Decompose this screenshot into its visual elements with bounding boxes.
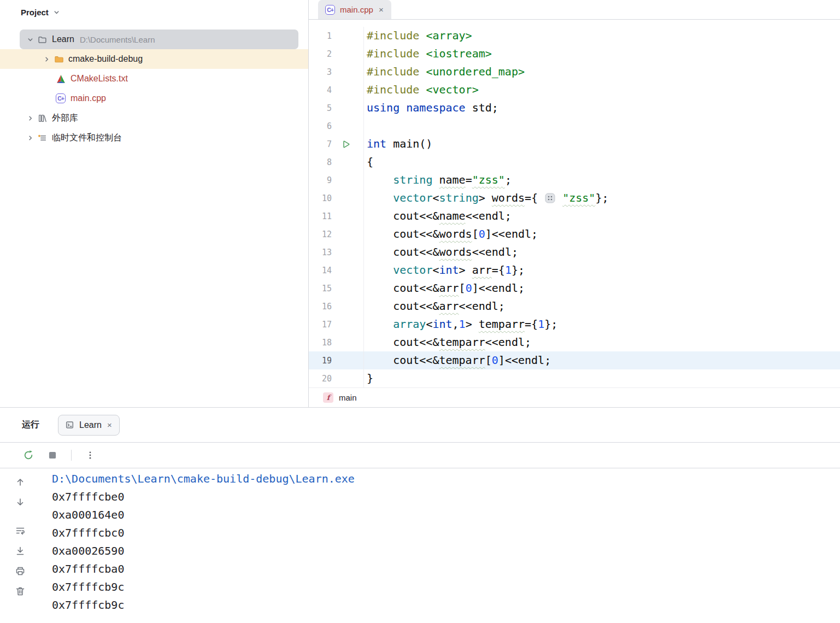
- editor-gutter: 9: [309, 171, 364, 189]
- arrow-up-icon[interactable]: [14, 475, 27, 489]
- code-line[interactable]: 7int main(): [309, 135, 840, 153]
- chevron-right-icon[interactable]: [40, 55, 52, 63]
- run-tab-learn[interactable]: Learn ×: [58, 415, 120, 436]
- chevron-right-icon[interactable]: [24, 134, 36, 142]
- tree-item-label: cmake-build-debug: [68, 54, 143, 64]
- chevron-right-icon[interactable]: [24, 114, 36, 122]
- chevron-down-icon[interactable]: [24, 36, 36, 44]
- code-line[interactable]: 20}: [309, 369, 840, 387]
- stop-icon[interactable]: [46, 449, 59, 462]
- code-line[interactable]: 19 cout<<&temparr[0]<<endl;: [309, 351, 840, 369]
- tree-item-label: Learn: [52, 34, 74, 44]
- tree-row[interactable]: cmake-build-debug: [0, 49, 308, 69]
- code-line[interactable]: 11 cout<<&name<<endl;: [309, 207, 840, 225]
- code-text: #include <array>: [364, 27, 472, 45]
- editor-gutter: 7: [309, 135, 364, 153]
- breadcrumb-item-main[interactable]: main: [339, 393, 357, 402]
- tab-main-cpp[interactable]: C+ main.cpp ×: [318, 0, 391, 19]
- code-line[interactable]: 5using namespace std;: [309, 99, 840, 117]
- clear-all-icon[interactable]: [14, 585, 27, 598]
- tree-item-label: 临时文件和控制台: [52, 132, 122, 144]
- line-number: 8: [309, 157, 332, 167]
- code-line[interactable]: 3#include <unordered_map>: [309, 63, 840, 81]
- project-icon: [36, 35, 48, 44]
- more-options-icon[interactable]: [84, 449, 97, 462]
- run-body: D:\Documents\Learn\cmake-build-debug\Lea…: [0, 468, 840, 623]
- line-number: 13: [309, 248, 332, 257]
- editor-gutter: 14: [309, 261, 364, 279]
- editor-gutter: 17: [309, 315, 364, 333]
- code-text: using namespace std;: [364, 99, 498, 117]
- console-toolbar: [0, 468, 40, 623]
- console-output[interactable]: D:\Documents\Learn\cmake-build-debug\Lea…: [40, 468, 840, 623]
- code-line[interactable]: 10 vector<string> words={ "zss"};: [309, 189, 840, 207]
- run-header: 运行 Learn ×: [0, 408, 840, 442]
- rerun-icon[interactable]: [22, 449, 35, 462]
- code-text: string name="zss";: [364, 171, 512, 189]
- code-line[interactable]: 1#include <array>: [309, 27, 840, 45]
- editor-gutter: 8: [309, 153, 364, 171]
- code-line[interactable]: 13 cout<<&words<<endl;: [309, 243, 840, 261]
- line-number: 9: [309, 175, 332, 185]
- tree-item-label: main.cpp: [71, 93, 106, 103]
- cpp-file-icon: C+: [325, 4, 335, 15]
- code-line[interactable]: 6: [309, 117, 840, 135]
- code-text: vector<int> arr={1};: [364, 261, 525, 279]
- tree-row[interactable]: 临时文件和控制台: [0, 128, 308, 148]
- arrow-down-icon[interactable]: [14, 496, 27, 509]
- line-number: 14: [309, 266, 332, 275]
- line-number: 6: [309, 121, 332, 131]
- run-tool-window: 运行 Learn × D:\Documents\Learn\: [0, 408, 840, 623]
- code-line[interactable]: 14 vector<int> arr={1};: [309, 261, 840, 279]
- console-file-link[interactable]: D:\Documents\Learn\cmake-build-debug\Lea…: [52, 470, 840, 488]
- chevron-down-icon[interactable]: [52, 8, 61, 16]
- code-line[interactable]: 16 cout<<&arr<<endl;: [309, 297, 840, 315]
- tree-row[interactable]: C+main.cpp: [0, 89, 308, 108]
- inlay-hint-icon[interactable]: [545, 193, 555, 203]
- print-icon[interactable]: [14, 565, 27, 578]
- tree-item-label: 外部库: [52, 113, 78, 124]
- tree-row[interactable]: LearnD:\Documents\Learn: [20, 30, 298, 49]
- breadcrumb: f main: [309, 387, 840, 407]
- code-line[interactable]: 2#include <iostream>: [309, 45, 840, 63]
- soft-wrap-icon[interactable]: [14, 524, 27, 537]
- tree-row[interactable]: CMakeLists.txt: [0, 69, 308, 89]
- terminal-icon: [65, 420, 74, 430]
- line-number: 12: [309, 230, 332, 239]
- tree-row[interactable]: 外部库: [0, 108, 308, 128]
- library-icon: [36, 114, 48, 123]
- code-line[interactable]: 8{: [309, 153, 840, 171]
- code-text: int main(): [364, 135, 432, 153]
- editor-gutter: 4: [309, 81, 364, 99]
- console-text-line: 0x7ffffcb9c: [52, 596, 840, 614]
- line-number: 2: [309, 49, 332, 59]
- editor-gutter: 19: [309, 351, 364, 369]
- console-text-line: 0x7ffffcba0: [52, 560, 840, 578]
- code-text: cout<<&arr[0]<<endl;: [364, 279, 525, 297]
- close-icon[interactable]: ×: [107, 420, 113, 430]
- code-text: cout<<&words[0]<<endl;: [364, 225, 538, 243]
- project-view-selector[interactable]: Project: [21, 8, 49, 17]
- close-icon[interactable]: ×: [378, 5, 384, 14]
- main-split: Project LearnD:\Documents\Learncmake-bui…: [0, 0, 840, 408]
- console-text-line: 0x7ffffcbc0: [52, 524, 840, 542]
- editor-gutter: 3: [309, 63, 364, 81]
- editor-area: C+ main.cpp × 1#include <array>2#include…: [309, 0, 840, 407]
- editor-gutter: 5: [309, 99, 364, 117]
- tree-item-label: CMakeLists.txt: [71, 74, 128, 84]
- code-line[interactable]: 17 array<int,1> temparr={1};: [309, 315, 840, 333]
- scroll-to-end-icon[interactable]: [14, 544, 27, 557]
- code-line[interactable]: 12 cout<<&words[0]<<endl;: [309, 225, 840, 243]
- editor-gutter: 12: [309, 225, 364, 243]
- editor-gutter: 10: [309, 189, 364, 207]
- run-line-icon[interactable]: [332, 140, 360, 149]
- code-line[interactable]: 9 string name="zss";: [309, 171, 840, 189]
- tree-item-path: D:\Documents\Learn: [80, 35, 155, 44]
- code-text: }: [364, 369, 373, 387]
- code-editor[interactable]: 1#include <array>2#include <iostream>3#i…: [309, 20, 840, 387]
- code-line[interactable]: 4#include <vector>: [309, 81, 840, 99]
- console-text-line: 0x7ffffcbe0: [52, 488, 840, 506]
- code-line[interactable]: 18 cout<<&temparr<<endl;: [309, 333, 840, 351]
- code-line[interactable]: 15 cout<<&arr[0]<<endl;: [309, 279, 840, 297]
- line-number: 17: [309, 320, 332, 330]
